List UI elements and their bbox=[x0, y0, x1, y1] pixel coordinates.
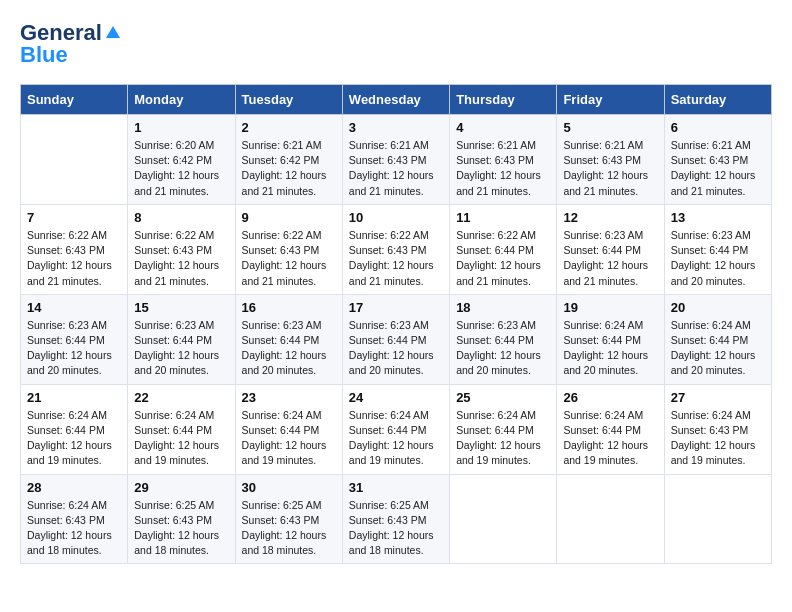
day-number: 18 bbox=[456, 300, 550, 315]
calendar-cell: 26Sunrise: 6:24 AM Sunset: 6:44 PM Dayli… bbox=[557, 384, 664, 474]
calendar-cell: 10Sunrise: 6:22 AM Sunset: 6:43 PM Dayli… bbox=[342, 204, 449, 294]
day-number: 21 bbox=[27, 390, 121, 405]
day-number: 20 bbox=[671, 300, 765, 315]
calendar-cell: 21Sunrise: 6:24 AM Sunset: 6:44 PM Dayli… bbox=[21, 384, 128, 474]
day-info: Sunrise: 6:25 AM Sunset: 6:43 PM Dayligh… bbox=[349, 498, 443, 559]
calendar-week-row: 7Sunrise: 6:22 AM Sunset: 6:43 PM Daylig… bbox=[21, 204, 772, 294]
day-number: 23 bbox=[242, 390, 336, 405]
calendar-cell: 4Sunrise: 6:21 AM Sunset: 6:43 PM Daylig… bbox=[450, 115, 557, 205]
svg-marker-0 bbox=[106, 26, 120, 38]
day-number: 19 bbox=[563, 300, 657, 315]
weekday-header-row: SundayMondayTuesdayWednesdayThursdayFrid… bbox=[21, 85, 772, 115]
day-info: Sunrise: 6:24 AM Sunset: 6:44 PM Dayligh… bbox=[456, 408, 550, 469]
day-number: 10 bbox=[349, 210, 443, 225]
day-number: 17 bbox=[349, 300, 443, 315]
day-number: 15 bbox=[134, 300, 228, 315]
day-number: 16 bbox=[242, 300, 336, 315]
day-info: Sunrise: 6:21 AM Sunset: 6:42 PM Dayligh… bbox=[242, 138, 336, 199]
calendar-cell: 1Sunrise: 6:20 AM Sunset: 6:42 PM Daylig… bbox=[128, 115, 235, 205]
weekday-saturday: Saturday bbox=[664, 85, 771, 115]
day-info: Sunrise: 6:25 AM Sunset: 6:43 PM Dayligh… bbox=[134, 498, 228, 559]
calendar-cell: 19Sunrise: 6:24 AM Sunset: 6:44 PM Dayli… bbox=[557, 294, 664, 384]
logo: General Blue bbox=[20, 20, 122, 68]
day-info: Sunrise: 6:21 AM Sunset: 6:43 PM Dayligh… bbox=[349, 138, 443, 199]
day-info: Sunrise: 6:23 AM Sunset: 6:44 PM Dayligh… bbox=[27, 318, 121, 379]
weekday-sunday: Sunday bbox=[21, 85, 128, 115]
day-number: 6 bbox=[671, 120, 765, 135]
calendar-cell: 15Sunrise: 6:23 AM Sunset: 6:44 PM Dayli… bbox=[128, 294, 235, 384]
calendar-cell: 31Sunrise: 6:25 AM Sunset: 6:43 PM Dayli… bbox=[342, 474, 449, 564]
day-number: 26 bbox=[563, 390, 657, 405]
calendar-cell: 25Sunrise: 6:24 AM Sunset: 6:44 PM Dayli… bbox=[450, 384, 557, 474]
calendar-week-row: 1Sunrise: 6:20 AM Sunset: 6:42 PM Daylig… bbox=[21, 115, 772, 205]
calendar-cell bbox=[450, 474, 557, 564]
day-info: Sunrise: 6:23 AM Sunset: 6:44 PM Dayligh… bbox=[456, 318, 550, 379]
calendar-cell: 12Sunrise: 6:23 AM Sunset: 6:44 PM Dayli… bbox=[557, 204, 664, 294]
calendar-cell: 5Sunrise: 6:21 AM Sunset: 6:43 PM Daylig… bbox=[557, 115, 664, 205]
day-info: Sunrise: 6:21 AM Sunset: 6:43 PM Dayligh… bbox=[456, 138, 550, 199]
logo-blue: Blue bbox=[20, 42, 68, 68]
day-info: Sunrise: 6:24 AM Sunset: 6:44 PM Dayligh… bbox=[242, 408, 336, 469]
day-info: Sunrise: 6:24 AM Sunset: 6:44 PM Dayligh… bbox=[563, 408, 657, 469]
day-info: Sunrise: 6:24 AM Sunset: 6:44 PM Dayligh… bbox=[134, 408, 228, 469]
calendar-cell: 16Sunrise: 6:23 AM Sunset: 6:44 PM Dayli… bbox=[235, 294, 342, 384]
day-number: 8 bbox=[134, 210, 228, 225]
day-info: Sunrise: 6:24 AM Sunset: 6:44 PM Dayligh… bbox=[671, 318, 765, 379]
day-number: 12 bbox=[563, 210, 657, 225]
day-number: 3 bbox=[349, 120, 443, 135]
day-number: 29 bbox=[134, 480, 228, 495]
day-number: 2 bbox=[242, 120, 336, 135]
day-number: 5 bbox=[563, 120, 657, 135]
calendar-cell: 14Sunrise: 6:23 AM Sunset: 6:44 PM Dayli… bbox=[21, 294, 128, 384]
calendar-cell: 11Sunrise: 6:22 AM Sunset: 6:44 PM Dayli… bbox=[450, 204, 557, 294]
calendar-week-row: 21Sunrise: 6:24 AM Sunset: 6:44 PM Dayli… bbox=[21, 384, 772, 474]
calendar-cell: 9Sunrise: 6:22 AM Sunset: 6:43 PM Daylig… bbox=[235, 204, 342, 294]
day-info: Sunrise: 6:24 AM Sunset: 6:44 PM Dayligh… bbox=[27, 408, 121, 469]
day-info: Sunrise: 6:21 AM Sunset: 6:43 PM Dayligh… bbox=[671, 138, 765, 199]
calendar-header: SundayMondayTuesdayWednesdayThursdayFrid… bbox=[21, 85, 772, 115]
calendar-cell: 27Sunrise: 6:24 AM Sunset: 6:43 PM Dayli… bbox=[664, 384, 771, 474]
day-number: 27 bbox=[671, 390, 765, 405]
day-info: Sunrise: 6:22 AM Sunset: 6:43 PM Dayligh… bbox=[242, 228, 336, 289]
day-number: 4 bbox=[456, 120, 550, 135]
day-number: 14 bbox=[27, 300, 121, 315]
calendar-cell: 28Sunrise: 6:24 AM Sunset: 6:43 PM Dayli… bbox=[21, 474, 128, 564]
day-number: 28 bbox=[27, 480, 121, 495]
day-number: 30 bbox=[242, 480, 336, 495]
day-info: Sunrise: 6:23 AM Sunset: 6:44 PM Dayligh… bbox=[563, 228, 657, 289]
calendar-cell: 6Sunrise: 6:21 AM Sunset: 6:43 PM Daylig… bbox=[664, 115, 771, 205]
day-number: 1 bbox=[134, 120, 228, 135]
calendar-cell: 22Sunrise: 6:24 AM Sunset: 6:44 PM Dayli… bbox=[128, 384, 235, 474]
day-info: Sunrise: 6:23 AM Sunset: 6:44 PM Dayligh… bbox=[134, 318, 228, 379]
day-info: Sunrise: 6:22 AM Sunset: 6:43 PM Dayligh… bbox=[27, 228, 121, 289]
day-number: 13 bbox=[671, 210, 765, 225]
day-info: Sunrise: 6:23 AM Sunset: 6:44 PM Dayligh… bbox=[671, 228, 765, 289]
weekday-monday: Monday bbox=[128, 85, 235, 115]
calendar-cell: 24Sunrise: 6:24 AM Sunset: 6:44 PM Dayli… bbox=[342, 384, 449, 474]
day-number: 25 bbox=[456, 390, 550, 405]
calendar-cell: 2Sunrise: 6:21 AM Sunset: 6:42 PM Daylig… bbox=[235, 115, 342, 205]
day-info: Sunrise: 6:22 AM Sunset: 6:43 PM Dayligh… bbox=[349, 228, 443, 289]
day-info: Sunrise: 6:20 AM Sunset: 6:42 PM Dayligh… bbox=[134, 138, 228, 199]
day-info: Sunrise: 6:22 AM Sunset: 6:43 PM Dayligh… bbox=[134, 228, 228, 289]
day-info: Sunrise: 6:24 AM Sunset: 6:44 PM Dayligh… bbox=[563, 318, 657, 379]
day-number: 11 bbox=[456, 210, 550, 225]
calendar-cell bbox=[557, 474, 664, 564]
logo-icon bbox=[104, 24, 122, 42]
weekday-friday: Friday bbox=[557, 85, 664, 115]
day-info: Sunrise: 6:25 AM Sunset: 6:43 PM Dayligh… bbox=[242, 498, 336, 559]
day-info: Sunrise: 6:24 AM Sunset: 6:43 PM Dayligh… bbox=[27, 498, 121, 559]
calendar-week-row: 28Sunrise: 6:24 AM Sunset: 6:43 PM Dayli… bbox=[21, 474, 772, 564]
day-info: Sunrise: 6:23 AM Sunset: 6:44 PM Dayligh… bbox=[349, 318, 443, 379]
weekday-tuesday: Tuesday bbox=[235, 85, 342, 115]
header: General Blue bbox=[20, 20, 772, 68]
calendar-cell: 7Sunrise: 6:22 AM Sunset: 6:43 PM Daylig… bbox=[21, 204, 128, 294]
weekday-wednesday: Wednesday bbox=[342, 85, 449, 115]
calendar-cell: 8Sunrise: 6:22 AM Sunset: 6:43 PM Daylig… bbox=[128, 204, 235, 294]
day-info: Sunrise: 6:23 AM Sunset: 6:44 PM Dayligh… bbox=[242, 318, 336, 379]
calendar-cell: 17Sunrise: 6:23 AM Sunset: 6:44 PM Dayli… bbox=[342, 294, 449, 384]
day-number: 24 bbox=[349, 390, 443, 405]
calendar-cell: 20Sunrise: 6:24 AM Sunset: 6:44 PM Dayli… bbox=[664, 294, 771, 384]
day-number: 22 bbox=[134, 390, 228, 405]
calendar-cell: 30Sunrise: 6:25 AM Sunset: 6:43 PM Dayli… bbox=[235, 474, 342, 564]
